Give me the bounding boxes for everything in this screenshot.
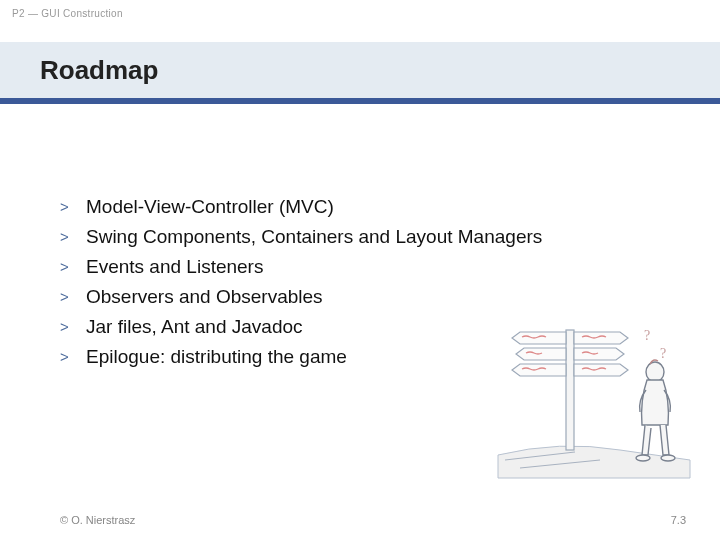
page-title: Roadmap [40, 55, 158, 86]
bullet-text: Model-View-Controller (MVC) [86, 195, 334, 219]
bullet-text: Swing Components, Containers and Layout … [86, 225, 542, 249]
bullet-icon: > [60, 195, 86, 219]
list-item: > Swing Components, Containers and Layou… [60, 225, 690, 249]
footer-copyright: © O. Nierstrasz [60, 514, 135, 526]
bullet-icon: > [60, 315, 86, 339]
bullet-text: Observers and Observables [86, 285, 323, 309]
svg-marker-7 [574, 348, 624, 360]
svg-text:?: ? [660, 346, 666, 361]
bullet-icon: > [60, 345, 86, 369]
svg-point-12 [636, 455, 650, 461]
svg-marker-8 [574, 364, 628, 376]
signpost-illustration: ? ? [490, 300, 700, 480]
svg-marker-3 [512, 332, 566, 344]
svg-text:?: ? [644, 328, 650, 343]
bullet-text: Jar files, Ant and Javadoc [86, 315, 303, 339]
title-band: Roadmap [0, 42, 720, 104]
bullet-icon: > [60, 285, 86, 309]
svg-point-11 [646, 362, 664, 382]
list-item: > Events and Listeners [60, 255, 690, 279]
bullet-text: Epilogue: distributing the game [86, 345, 347, 369]
bullet-icon: > [60, 255, 86, 279]
svg-rect-2 [566, 330, 574, 450]
breadcrumb: P2 — GUI Construction [12, 8, 123, 19]
list-item: > Model-View-Controller (MVC) [60, 195, 690, 219]
bullet-text: Events and Listeners [86, 255, 263, 279]
svg-marker-6 [574, 332, 628, 344]
footer-page-number: 7.3 [671, 514, 686, 526]
bullet-icon: > [60, 225, 86, 249]
svg-marker-5 [512, 364, 566, 376]
svg-point-13 [661, 455, 675, 461]
